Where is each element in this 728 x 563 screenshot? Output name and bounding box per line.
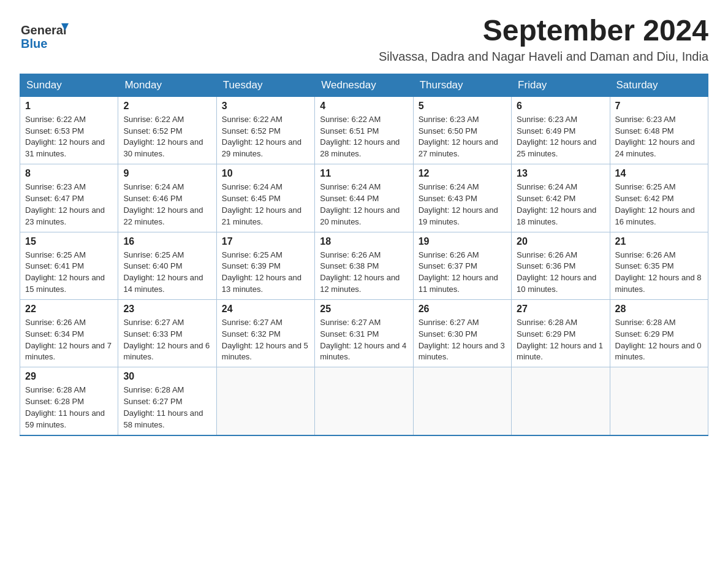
svg-text:General: General: [21, 23, 66, 37]
table-row: 23Sunrise: 6:27 AMSunset: 6:33 PMDayligh…: [118, 299, 216, 367]
day-number: 21: [615, 236, 703, 247]
week-row-1: 1Sunrise: 6:22 AMSunset: 6:53 PMDaylight…: [20, 96, 708, 164]
day-number: 16: [123, 236, 211, 247]
day-number: 4: [320, 101, 408, 112]
table-row: 29Sunrise: 6:28 AMSunset: 6:28 PMDayligh…: [20, 367, 118, 435]
day-number: 1: [25, 101, 113, 112]
svg-text:Blue: Blue: [21, 37, 47, 50]
logo: General Blue: [20, 15, 69, 54]
day-info: Sunrise: 6:23 AMSunset: 6:50 PMDaylight:…: [419, 114, 506, 160]
day-info: Sunrise: 6:24 AMSunset: 6:43 PMDaylight:…: [419, 182, 506, 228]
day-info: Sunrise: 6:24 AMSunset: 6:44 PMDaylight:…: [320, 182, 408, 228]
page-header: General Blue September 2024 Silvassa, Da…: [20, 15, 708, 64]
day-number: 3: [222, 101, 309, 112]
day-number: 29: [25, 371, 113, 382]
table-row: 6Sunrise: 6:23 AMSunset: 6:49 PMDaylight…: [512, 96, 610, 164]
table-row: 12Sunrise: 6:24 AMSunset: 6:43 PMDayligh…: [413, 164, 511, 232]
day-info: Sunrise: 6:27 AMSunset: 6:32 PMDaylight:…: [222, 317, 309, 363]
table-row: 14Sunrise: 6:25 AMSunset: 6:42 PMDayligh…: [610, 164, 708, 232]
table-row: 26Sunrise: 6:27 AMSunset: 6:30 PMDayligh…: [413, 299, 511, 367]
calendar-header-row: Sunday Monday Tuesday Wednesday Thursday…: [20, 74, 708, 96]
day-info: Sunrise: 6:26 AMSunset: 6:38 PMDaylight:…: [320, 250, 408, 296]
table-row: 28Sunrise: 6:28 AMSunset: 6:29 PMDayligh…: [610, 299, 708, 367]
title-block: September 2024 Silvassa, Dadra and Nagar…: [379, 15, 708, 64]
day-info: Sunrise: 6:26 AMSunset: 6:36 PMDaylight:…: [517, 250, 604, 296]
table-row: 20Sunrise: 6:26 AMSunset: 6:36 PMDayligh…: [512, 232, 610, 299]
day-info: Sunrise: 6:26 AMSunset: 6:37 PMDaylight:…: [419, 250, 506, 296]
table-row: 16Sunrise: 6:25 AMSunset: 6:40 PMDayligh…: [118, 232, 216, 299]
table-row: 11Sunrise: 6:24 AMSunset: 6:44 PMDayligh…: [315, 164, 413, 232]
day-number: 28: [615, 304, 703, 315]
table-row: [512, 367, 610, 435]
col-tuesday: Tuesday: [216, 74, 314, 96]
week-row-5: 29Sunrise: 6:28 AMSunset: 6:28 PMDayligh…: [20, 367, 708, 435]
table-row: 30Sunrise: 6:28 AMSunset: 6:27 PMDayligh…: [118, 367, 216, 435]
week-row-2: 8Sunrise: 6:23 AMSunset: 6:47 PMDaylight…: [20, 164, 708, 232]
table-row: 27Sunrise: 6:28 AMSunset: 6:29 PMDayligh…: [512, 299, 610, 367]
day-info: Sunrise: 6:25 AMSunset: 6:41 PMDaylight:…: [25, 250, 113, 296]
day-number: 5: [419, 101, 506, 112]
table-row: 13Sunrise: 6:24 AMSunset: 6:42 PMDayligh…: [512, 164, 610, 232]
day-number: 22: [25, 304, 113, 315]
table-row: 1Sunrise: 6:22 AMSunset: 6:53 PMDaylight…: [20, 96, 118, 164]
table-row: [413, 367, 511, 435]
table-row: 4Sunrise: 6:22 AMSunset: 6:51 PMDaylight…: [315, 96, 413, 164]
day-number: 6: [517, 101, 604, 112]
table-row: 10Sunrise: 6:24 AMSunset: 6:45 PMDayligh…: [216, 164, 314, 232]
day-info: Sunrise: 6:23 AMSunset: 6:47 PMDaylight:…: [25, 182, 113, 228]
day-number: 8: [25, 168, 113, 179]
day-info: Sunrise: 6:28 AMSunset: 6:27 PMDaylight:…: [123, 385, 211, 431]
day-number: 20: [517, 236, 604, 247]
table-row: 9Sunrise: 6:24 AMSunset: 6:46 PMDaylight…: [118, 164, 216, 232]
day-number: 19: [419, 236, 506, 247]
day-info: Sunrise: 6:23 AMSunset: 6:49 PMDaylight:…: [517, 114, 604, 160]
day-info: Sunrise: 6:22 AMSunset: 6:51 PMDaylight:…: [320, 114, 408, 160]
col-friday: Friday: [512, 74, 610, 96]
day-info: Sunrise: 6:22 AMSunset: 6:52 PMDaylight:…: [222, 114, 309, 160]
table-row: [610, 367, 708, 435]
table-row: 15Sunrise: 6:25 AMSunset: 6:41 PMDayligh…: [20, 232, 118, 299]
day-info: Sunrise: 6:28 AMSunset: 6:29 PMDaylight:…: [517, 317, 604, 363]
table-row: 18Sunrise: 6:26 AMSunset: 6:38 PMDayligh…: [315, 232, 413, 299]
day-info: Sunrise: 6:28 AMSunset: 6:29 PMDaylight:…: [615, 317, 703, 363]
subtitle: Silvassa, Dadra and Nagar Haveli and Dam…: [379, 50, 708, 64]
col-thursday: Thursday: [413, 74, 511, 96]
week-row-3: 15Sunrise: 6:25 AMSunset: 6:41 PMDayligh…: [20, 232, 708, 299]
day-number: 27: [517, 304, 604, 315]
table-row: [315, 367, 413, 435]
day-number: 12: [419, 168, 506, 179]
table-row: 17Sunrise: 6:25 AMSunset: 6:39 PMDayligh…: [216, 232, 314, 299]
logo-svg: General Blue: [20, 17, 69, 54]
col-monday: Monday: [118, 74, 216, 96]
table-row: 22Sunrise: 6:26 AMSunset: 6:34 PMDayligh…: [20, 299, 118, 367]
day-number: 10: [222, 168, 309, 179]
day-info: Sunrise: 6:25 AMSunset: 6:39 PMDaylight:…: [222, 250, 309, 296]
table-row: 7Sunrise: 6:23 AMSunset: 6:48 PMDaylight…: [610, 96, 708, 164]
day-number: 9: [123, 168, 211, 179]
table-row: 21Sunrise: 6:26 AMSunset: 6:35 PMDayligh…: [610, 232, 708, 299]
main-title: September 2024: [379, 15, 708, 47]
table-row: 25Sunrise: 6:27 AMSunset: 6:31 PMDayligh…: [315, 299, 413, 367]
day-info: Sunrise: 6:22 AMSunset: 6:52 PMDaylight:…: [123, 114, 211, 160]
day-number: 24: [222, 304, 309, 315]
day-number: 26: [419, 304, 506, 315]
day-info: Sunrise: 6:24 AMSunset: 6:46 PMDaylight:…: [123, 182, 211, 228]
table-row: 19Sunrise: 6:26 AMSunset: 6:37 PMDayligh…: [413, 232, 511, 299]
day-info: Sunrise: 6:25 AMSunset: 6:40 PMDaylight:…: [123, 250, 211, 296]
day-number: 30: [123, 371, 211, 382]
table-row: 2Sunrise: 6:22 AMSunset: 6:52 PMDaylight…: [118, 96, 216, 164]
day-info: Sunrise: 6:26 AMSunset: 6:34 PMDaylight:…: [25, 317, 113, 363]
calendar-table: Sunday Monday Tuesday Wednesday Thursday…: [20, 74, 708, 436]
day-number: 11: [320, 168, 408, 179]
col-wednesday: Wednesday: [315, 74, 413, 96]
day-info: Sunrise: 6:24 AMSunset: 6:45 PMDaylight:…: [222, 182, 309, 228]
day-info: Sunrise: 6:22 AMSunset: 6:53 PMDaylight:…: [25, 114, 113, 160]
day-number: 15: [25, 236, 113, 247]
day-info: Sunrise: 6:25 AMSunset: 6:42 PMDaylight:…: [615, 182, 703, 228]
day-info: Sunrise: 6:27 AMSunset: 6:31 PMDaylight:…: [320, 317, 408, 363]
day-number: 17: [222, 236, 309, 247]
day-info: Sunrise: 6:24 AMSunset: 6:42 PMDaylight:…: [517, 182, 604, 228]
col-sunday: Sunday: [20, 74, 118, 96]
day-number: 7: [615, 101, 703, 112]
week-row-4: 22Sunrise: 6:26 AMSunset: 6:34 PMDayligh…: [20, 299, 708, 367]
